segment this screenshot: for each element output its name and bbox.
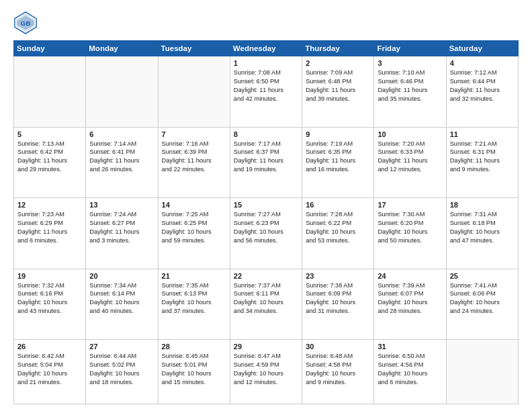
cell-info: Sunrise: 7:41 AM Sunset: 6:06 PM Dayligh… (450, 281, 515, 316)
calendar-cell: 23Sunrise: 7:38 AM Sunset: 6:09 PM Dayli… (302, 269, 374, 340)
cell-info: Sunrise: 7:32 AM Sunset: 6:16 PM Dayligh… (17, 281, 82, 316)
cell-info: Sunrise: 7:17 AM Sunset: 6:37 PM Dayligh… (234, 140, 298, 175)
weekday-header-sunday: Sunday (14, 41, 86, 56)
cell-info: Sunrise: 7:37 AM Sunset: 6:11 PM Dayligh… (234, 281, 298, 316)
cell-info: Sunrise: 7:09 AM Sunset: 6:48 PM Dayligh… (306, 68, 370, 103)
calendar-cell: 14Sunrise: 7:25 AM Sunset: 6:25 PM Dayli… (158, 198, 230, 269)
calendar-cell: 13Sunrise: 7:24 AM Sunset: 6:27 PM Dayli… (86, 198, 158, 269)
day-number: 15 (234, 201, 298, 209)
weekday-header-monday: Monday (86, 41, 158, 56)
day-number: 2 (306, 59, 370, 67)
calendar-cell: 28Sunrise: 6:45 AM Sunset: 5:01 PM Dayli… (158, 340, 230, 404)
cell-info: Sunrise: 6:44 AM Sunset: 5:02 PM Dayligh… (89, 352, 154, 387)
day-number: 25 (450, 272, 515, 280)
weekday-header-thursday: Thursday (302, 41, 374, 56)
calendar-cell: 17Sunrise: 7:30 AM Sunset: 6:20 PM Dayli… (374, 198, 446, 269)
cell-info: Sunrise: 7:30 AM Sunset: 6:20 PM Dayligh… (378, 210, 442, 245)
day-number: 8 (234, 130, 298, 138)
calendar-cell: 12Sunrise: 7:23 AM Sunset: 6:29 PM Dayli… (14, 198, 86, 269)
day-number: 10 (378, 130, 442, 138)
weekday-header-friday: Friday (374, 41, 446, 56)
day-number: 11 (450, 130, 515, 138)
cell-info: Sunrise: 7:39 AM Sunset: 6:07 PM Dayligh… (378, 281, 442, 316)
calendar-cell: 24Sunrise: 7:39 AM Sunset: 6:07 PM Dayli… (374, 269, 446, 340)
day-number: 22 (234, 272, 298, 280)
calendar-cell (14, 56, 86, 128)
calendar-cell: 1Sunrise: 7:08 AM Sunset: 6:50 PM Daylig… (230, 56, 302, 128)
calendar-cell: 8Sunrise: 7:17 AM Sunset: 6:37 PM Daylig… (230, 127, 302, 198)
cell-info: Sunrise: 7:38 AM Sunset: 6:09 PM Dayligh… (306, 281, 370, 316)
logo: GB (13, 11, 40, 35)
calendar-cell: 21Sunrise: 7:35 AM Sunset: 6:13 PM Dayli… (158, 269, 230, 340)
weekday-header-saturday: Saturday (446, 41, 518, 56)
day-number: 21 (162, 272, 226, 280)
day-number: 16 (306, 201, 370, 209)
cell-info: Sunrise: 6:47 AM Sunset: 4:59 PM Dayligh… (234, 352, 298, 387)
cell-info: Sunrise: 7:14 AM Sunset: 6:41 PM Dayligh… (89, 140, 154, 175)
calendar-cell: 29Sunrise: 6:47 AM Sunset: 4:59 PM Dayli… (230, 340, 302, 404)
cell-info: Sunrise: 6:45 AM Sunset: 5:01 PM Dayligh… (162, 352, 226, 387)
calendar-cell: 11Sunrise: 7:21 AM Sunset: 6:31 PM Dayli… (446, 127, 518, 198)
day-number: 26 (17, 342, 82, 351)
cell-info: Sunrise: 7:20 AM Sunset: 6:33 PM Dayligh… (378, 140, 442, 175)
cell-info: Sunrise: 7:24 AM Sunset: 6:27 PM Dayligh… (89, 210, 154, 245)
calendar-cell: 9Sunrise: 7:19 AM Sunset: 6:35 PM Daylig… (302, 127, 374, 198)
cell-info: Sunrise: 7:13 AM Sunset: 6:42 PM Dayligh… (17, 140, 82, 175)
day-number: 6 (89, 130, 154, 138)
cell-info: Sunrise: 6:50 AM Sunset: 4:56 PM Dayligh… (378, 352, 442, 387)
day-number: 27 (89, 342, 154, 351)
calendar-cell: 15Sunrise: 7:27 AM Sunset: 6:23 PM Dayli… (230, 198, 302, 269)
calendar-cell: 22Sunrise: 7:37 AM Sunset: 6:11 PM Dayli… (230, 269, 302, 340)
calendar-cell (86, 56, 158, 128)
cell-info: Sunrise: 7:19 AM Sunset: 6:35 PM Dayligh… (306, 140, 370, 175)
calendar-cell: 18Sunrise: 7:31 AM Sunset: 6:18 PM Dayli… (446, 198, 518, 269)
calendar-cell: 19Sunrise: 7:32 AM Sunset: 6:16 PM Dayli… (14, 269, 86, 340)
day-number: 3 (378, 59, 442, 67)
day-number: 29 (234, 342, 298, 351)
calendar-cell (158, 56, 230, 128)
page: GB SundayMondayTuesdayWednesdayThursdayF… (0, 0, 532, 411)
cell-info: Sunrise: 7:25 AM Sunset: 6:25 PM Dayligh… (162, 210, 226, 245)
cell-info: Sunrise: 7:10 AM Sunset: 6:46 PM Dayligh… (378, 68, 442, 103)
day-number: 18 (450, 201, 515, 209)
day-number: 20 (89, 272, 154, 280)
calendar-table: SundayMondayTuesdayWednesdayThursdayFrid… (13, 40, 519, 404)
day-number: 30 (306, 342, 370, 351)
svg-text:GB: GB (21, 19, 31, 27)
day-number: 5 (17, 130, 82, 138)
calendar-cell: 25Sunrise: 7:41 AM Sunset: 6:06 PM Dayli… (446, 269, 518, 340)
cell-info: Sunrise: 7:34 AM Sunset: 6:14 PM Dayligh… (89, 281, 154, 316)
day-number: 12 (17, 201, 82, 209)
cell-info: Sunrise: 7:35 AM Sunset: 6:13 PM Dayligh… (162, 281, 226, 316)
week-row-1: 1Sunrise: 7:08 AM Sunset: 6:50 PM Daylig… (14, 56, 519, 128)
cell-info: Sunrise: 7:23 AM Sunset: 6:29 PM Dayligh… (17, 210, 82, 245)
cell-info: Sunrise: 7:28 AM Sunset: 6:22 PM Dayligh… (306, 210, 370, 245)
cell-info: Sunrise: 7:12 AM Sunset: 6:44 PM Dayligh… (450, 68, 515, 103)
week-row-2: 5Sunrise: 7:13 AM Sunset: 6:42 PM Daylig… (14, 127, 519, 198)
cell-info: Sunrise: 7:31 AM Sunset: 6:18 PM Dayligh… (450, 210, 515, 245)
day-number: 24 (378, 272, 442, 280)
cell-info: Sunrise: 7:08 AM Sunset: 6:50 PM Dayligh… (234, 68, 298, 103)
calendar-cell (446, 340, 518, 404)
day-number: 23 (306, 272, 370, 280)
weekday-header-tuesday: Tuesday (158, 41, 230, 56)
calendar-cell: 31Sunrise: 6:50 AM Sunset: 4:56 PM Dayli… (374, 340, 446, 404)
calendar-cell: 6Sunrise: 7:14 AM Sunset: 6:41 PM Daylig… (86, 127, 158, 198)
day-number: 1 (234, 59, 298, 67)
day-number: 14 (162, 201, 226, 209)
day-number: 17 (378, 201, 442, 209)
day-number: 4 (450, 59, 515, 67)
week-row-4: 19Sunrise: 7:32 AM Sunset: 6:16 PM Dayli… (14, 269, 519, 340)
week-row-5: 26Sunrise: 6:42 AM Sunset: 5:04 PM Dayli… (14, 340, 519, 404)
calendar-cell: 10Sunrise: 7:20 AM Sunset: 6:33 PM Dayli… (374, 127, 446, 198)
logo-icon: GB (13, 11, 38, 35)
day-number: 13 (89, 201, 154, 209)
calendar-cell: 4Sunrise: 7:12 AM Sunset: 6:44 PM Daylig… (446, 56, 518, 128)
day-number: 7 (162, 130, 226, 138)
cell-info: Sunrise: 6:42 AM Sunset: 5:04 PM Dayligh… (17, 352, 82, 387)
calendar-cell: 16Sunrise: 7:28 AM Sunset: 6:22 PM Dayli… (302, 198, 374, 269)
calendar-cell: 3Sunrise: 7:10 AM Sunset: 6:46 PM Daylig… (374, 56, 446, 128)
calendar-cell: 26Sunrise: 6:42 AM Sunset: 5:04 PM Dayli… (14, 340, 86, 404)
header: GB (13, 11, 519, 35)
calendar-cell: 27Sunrise: 6:44 AM Sunset: 5:02 PM Dayli… (86, 340, 158, 404)
